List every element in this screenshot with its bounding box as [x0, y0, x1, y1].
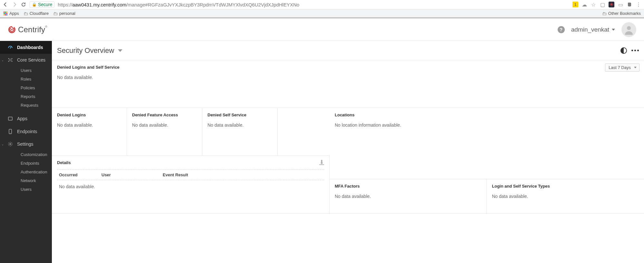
svg-point-12	[10, 143, 11, 145]
user-menu[interactable]: admin_venkat	[571, 26, 615, 33]
time-range-label: Last 7 Days	[609, 65, 631, 70]
sidebar-sub-settings-users[interactable]: Users	[0, 185, 52, 194]
svg-point-1	[627, 26, 631, 30]
extension-icon-cloud[interactable]: ☁	[582, 2, 587, 7]
sidebar-sub-roles[interactable]: Roles	[0, 75, 52, 83]
sidebar-item-label: Core Services	[17, 57, 45, 63]
sidebar-item-label: Dashboards	[17, 45, 43, 50]
sidebar-item-dashboards[interactable]: Dashboards	[0, 41, 52, 54]
personal-bookmark-label: personal	[59, 11, 75, 16]
extension-icon-1[interactable]: 1	[572, 2, 578, 7]
sidebar-sub-customization[interactable]: Customization	[0, 150, 52, 159]
other-bookmarks-label: Other Bookmarks	[608, 11, 641, 16]
widget-title: Denied Logins and Self Service	[57, 65, 639, 70]
apps-icon	[8, 116, 13, 121]
sidebar-sub-requests[interactable]: Requests	[0, 101, 52, 110]
star-icon[interactable]: ☆	[591, 2, 596, 7]
download-icon[interactable]: ⬇	[319, 160, 324, 165]
cloudflare-bookmark[interactable]: 🗀 Cloudflare	[24, 11, 49, 16]
widget-title: MFA Factors	[335, 184, 481, 189]
widget-title: Login and Self Service Types	[492, 184, 639, 189]
sidebar-sub-reports[interactable]: Reports	[0, 92, 52, 101]
svg-point-6	[12, 58, 13, 59]
widget-title: Denied Logins	[57, 112, 121, 117]
personal-bookmark[interactable]: 🗀 personal	[53, 11, 75, 16]
main-titlebar: Security Overview	[52, 41, 644, 60]
sidebar-sub-network[interactable]: Network	[0, 176, 52, 185]
sidebar-sub-endpoints[interactable]: Endpoints	[0, 159, 52, 168]
logo-mark-icon	[8, 25, 16, 34]
sidebar-sub-label: Customization	[21, 152, 47, 157]
widget-title: Locations	[335, 112, 639, 117]
dashboard-icon	[8, 45, 13, 50]
widget-locations: Locations No location information availa…	[330, 108, 644, 179]
url-host: aaw0431.my.centrify.com	[72, 2, 126, 7]
svg-point-8	[12, 61, 13, 62]
widget-denied-logins-self-service: Denied Logins and Self Service No data a…	[52, 60, 644, 108]
help-icon[interactable]: ?	[558, 26, 565, 33]
sidebar: Dashboards ⌄ Core Services Users Roles P…	[0, 41, 52, 263]
col-user[interactable]: User	[101, 172, 163, 177]
svg-rect-9	[8, 117, 12, 120]
sidebar-item-endpoints[interactable]: Endpoints	[0, 125, 52, 138]
sidebar-item-apps[interactable]: Apps	[0, 112, 52, 125]
svg-point-11	[10, 133, 11, 133]
widget-title: Denied Self Service	[207, 112, 272, 117]
folder-icon: 🗀	[53, 11, 58, 16]
widget-title: Details	[57, 160, 71, 165]
chevron-down-icon: ⌄	[1, 142, 4, 146]
folder-icon: 🗀	[602, 11, 607, 16]
username-label: admin_venkat	[571, 26, 609, 33]
widget-denied-self-service: Denied Self Service No data available.	[202, 108, 278, 156]
widget-body: No data available.	[132, 122, 197, 128]
sidebar-item-core-services[interactable]: ⌄ Core Services	[0, 54, 52, 66]
caret-down-icon	[612, 29, 615, 31]
other-bookmarks[interactable]: 🗀 Other Bookmarks	[602, 11, 641, 16]
gear-icon	[8, 141, 13, 147]
sidebar-item-label: Apps	[17, 116, 27, 121]
forward-button[interactable]	[12, 2, 17, 7]
sidebar-sub-label: Authentication	[21, 170, 47, 174]
sidebar-item-settings[interactable]: ⌄ Settings	[0, 138, 52, 150]
apps-bookmark[interactable]: Apps	[3, 11, 19, 16]
col-occurred[interactable]: Occurred	[59, 172, 101, 177]
svg-point-7	[8, 61, 9, 62]
widget-body: No data available.	[492, 194, 639, 199]
widget-details: Details ⬇ Occurred User Event Result No …	[52, 156, 330, 214]
details-empty: No data available.	[57, 180, 324, 193]
sidebar-item-label: Endpoints	[17, 129, 37, 134]
avatar[interactable]	[621, 22, 636, 37]
avatar-icon	[624, 24, 634, 35]
brand-text: Centrify	[18, 25, 45, 34]
widget-title: Denied Feature Access	[132, 112, 197, 117]
more-actions-icon[interactable]	[631, 50, 639, 51]
app-header: Centrify® ? admin_venkat	[0, 18, 644, 41]
sidebar-sub-authentication[interactable]: Authentication	[0, 168, 52, 176]
sidebar-sub-users[interactable]: Users	[0, 66, 52, 75]
url-bar[interactable]: https://aaw0431.my.centrify.com/manage#R…	[58, 2, 569, 7]
url-path: /manage#RGFzaGJvYXJkczpBY3RpdmVTdWJMYXlv…	[126, 2, 299, 7]
svg-line-3	[10, 47, 11, 48]
col-event[interactable]: Event Result	[163, 172, 322, 177]
secure-label: Secure	[38, 2, 52, 7]
chrome-menu-icon[interactable]: ⋮	[636, 2, 641, 7]
widget-denied-feature-access: Denied Feature Access No data available.	[127, 108, 202, 156]
sidebar-item-label: Settings	[17, 141, 34, 147]
contrast-toggle-icon[interactable]	[620, 47, 627, 54]
widget-denied-logins: Denied Logins No data available.	[52, 108, 127, 156]
evernote-icon[interactable]	[627, 2, 632, 7]
extension-icon-4[interactable]	[609, 2, 614, 7]
back-button[interactable]	[3, 2, 8, 7]
secure-badge[interactable]: 🔒 Secure	[30, 1, 54, 8]
extension-icon-3[interactable]: ▢	[600, 2, 605, 7]
time-range-select[interactable]: Last 7 Days	[605, 63, 639, 72]
extension-icon-5[interactable]: ▭	[618, 2, 623, 7]
logo[interactable]: Centrify®	[8, 25, 47, 34]
sidebar-sub-label: Endpoints	[21, 161, 39, 166]
reload-button[interactable]	[21, 2, 26, 7]
apps-bookmark-label: Apps	[9, 11, 19, 16]
page-title-dropdown-icon[interactable]	[118, 49, 122, 52]
sidebar-sub-policies[interactable]: Policies	[0, 83, 52, 92]
details-columns: Occurred User Event Result	[57, 170, 324, 180]
widget-body: No data available.	[207, 122, 272, 128]
